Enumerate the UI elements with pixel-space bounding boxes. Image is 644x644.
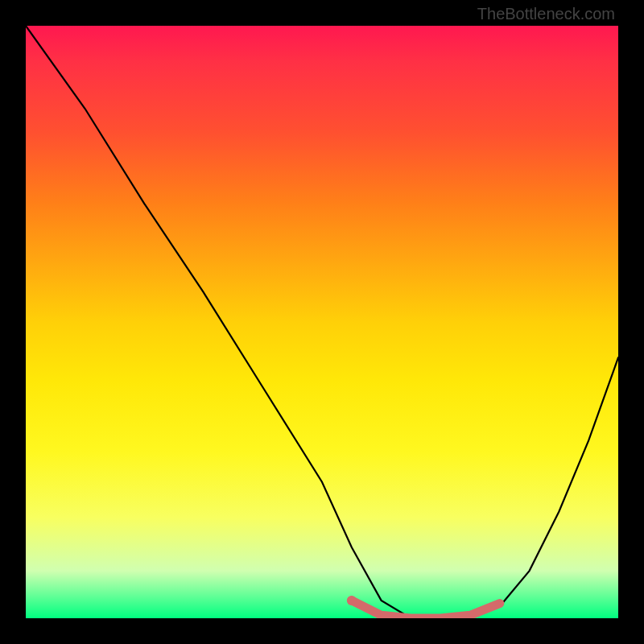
bottleneck-chart bbox=[26, 26, 618, 618]
optimal-range-highlight bbox=[352, 601, 500, 618]
bottleneck-curve-line bbox=[26, 26, 618, 618]
watermark-text: TheBottleneck.com bbox=[477, 5, 615, 23]
optimal-range-start-dot bbox=[347, 596, 357, 605]
